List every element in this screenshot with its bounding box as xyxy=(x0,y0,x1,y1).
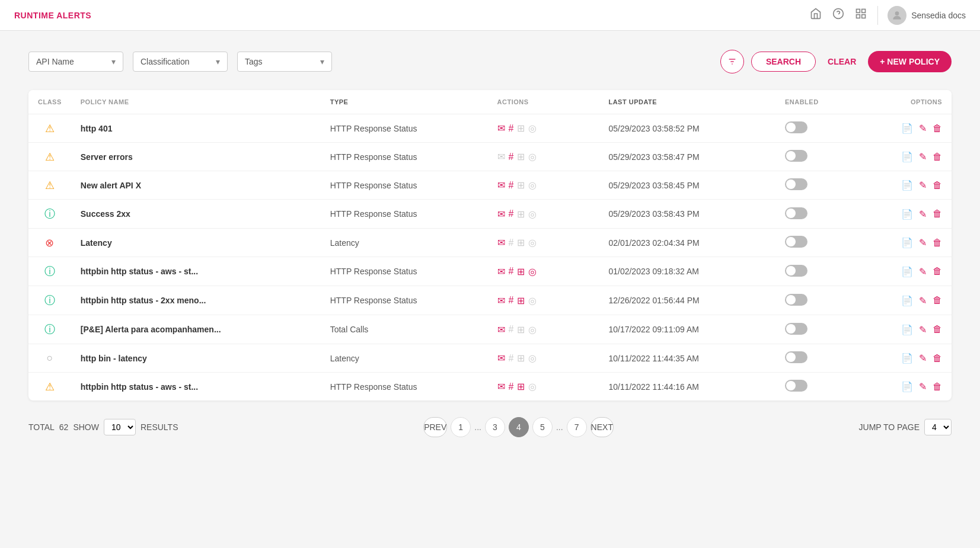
api-name-filter[interactable]: API Name ▾ xyxy=(28,52,123,72)
view-icon[interactable]: 📄 xyxy=(901,324,913,335)
enabled-toggle[interactable] xyxy=(785,380,807,392)
home-icon[interactable] xyxy=(810,8,822,23)
chevron-down-icon: ▾ xyxy=(320,57,324,66)
tags-filter[interactable]: Tags ▾ xyxy=(237,52,332,72)
enabled-toggle[interactable] xyxy=(785,294,807,306)
delete-icon[interactable]: 🗑 xyxy=(933,238,942,248)
class-cell: ⓘ xyxy=(28,315,71,344)
page-1-button[interactable]: 1 xyxy=(451,417,471,437)
email-icon: ✉ xyxy=(497,324,505,335)
edit-icon[interactable]: ✎ xyxy=(919,295,927,306)
action-icons: ✉#⊞◎ xyxy=(497,295,590,306)
enabled-toggle[interactable] xyxy=(785,265,807,277)
delete-icon[interactable]: 🗑 xyxy=(933,266,942,277)
enabled-cell[interactable] xyxy=(775,257,858,286)
policy-name-cell: http bin - latency xyxy=(71,344,321,373)
slack-icon: # xyxy=(509,295,514,306)
webhook-icon: ◎ xyxy=(528,295,537,306)
view-icon[interactable]: 📄 xyxy=(901,123,913,134)
edit-icon[interactable]: ✎ xyxy=(919,123,927,134)
delete-icon[interactable]: 🗑 xyxy=(933,382,942,392)
action-icons: ✉#⊞◎ xyxy=(497,352,590,364)
slack-icon: # xyxy=(509,123,514,134)
enabled-cell[interactable] xyxy=(775,171,858,200)
col-enabled: ENABLED xyxy=(775,90,858,114)
view-icon[interactable]: 📄 xyxy=(901,237,913,248)
enabled-toggle[interactable] xyxy=(785,323,807,335)
webhook-icon: ◎ xyxy=(528,352,537,364)
grid-icon[interactable] xyxy=(855,8,867,23)
class-green-icon: ⓘ xyxy=(44,265,55,277)
next-button[interactable]: NEXT xyxy=(590,417,614,437)
policy-name-cell: httpbin http status - aws - st... xyxy=(71,257,321,286)
options-cell: 📄 ✎ 🗑 xyxy=(858,344,952,373)
class-orange-icon: ⚠ xyxy=(45,123,55,134)
date-cell: 10/11/2022 11:44:16 AM xyxy=(599,373,775,401)
type-cell: Total Calls xyxy=(321,315,488,344)
view-icon[interactable]: 📄 xyxy=(901,295,913,306)
prev-button[interactable]: PREV xyxy=(423,417,447,437)
enabled-cell[interactable] xyxy=(775,200,858,229)
policy-name-cell: [P&E] Alerta para acompanhamen... xyxy=(71,315,321,344)
type-cell: Latency xyxy=(321,344,488,373)
enabled-cell[interactable] xyxy=(775,143,858,171)
edit-icon[interactable]: ✎ xyxy=(919,209,927,220)
edit-icon[interactable]: ✎ xyxy=(919,237,927,248)
enabled-cell[interactable] xyxy=(775,373,858,401)
view-icon[interactable]: 📄 xyxy=(901,180,913,191)
enabled-cell[interactable] xyxy=(775,315,858,344)
edit-icon[interactable]: ✎ xyxy=(919,180,927,191)
enabled-toggle[interactable] xyxy=(785,351,807,363)
enabled-cell[interactable] xyxy=(775,286,858,315)
enabled-toggle[interactable] xyxy=(785,150,807,162)
view-icon[interactable]: 📄 xyxy=(901,266,913,277)
page-5-button[interactable]: 5 xyxy=(532,417,553,437)
help-icon[interactable] xyxy=(832,8,844,23)
delete-icon[interactable]: 🗑 xyxy=(933,152,942,162)
class-cell: ○ xyxy=(28,344,71,373)
view-icon[interactable]: 📄 xyxy=(901,352,913,364)
filter-icon-button[interactable] xyxy=(720,50,744,73)
enabled-toggle[interactable] xyxy=(785,236,807,248)
view-icon[interactable]: 📄 xyxy=(901,209,913,220)
delete-icon[interactable]: 🗑 xyxy=(933,295,942,306)
enabled-cell[interactable] xyxy=(775,344,858,373)
class-green-icon: ⓘ xyxy=(44,294,55,306)
date-cell: 01/02/2023 09:18:32 AM xyxy=(599,257,775,286)
enabled-toggle[interactable] xyxy=(785,207,807,219)
class-cell: ⓘ xyxy=(28,200,71,229)
edit-icon[interactable]: ✎ xyxy=(919,324,927,335)
page-3-button[interactable]: 3 xyxy=(485,417,505,437)
enabled-toggle[interactable] xyxy=(785,178,807,190)
jump-page-select[interactable]: 4 1 2 3 5 6 7 xyxy=(924,419,952,435)
edit-icon[interactable]: ✎ xyxy=(919,381,927,392)
new-policy-button[interactable]: + NEW POLICY xyxy=(868,51,952,72)
edit-icon[interactable]: ✎ xyxy=(919,352,927,364)
webhook-icon: ◎ xyxy=(528,381,537,392)
enabled-toggle[interactable] xyxy=(785,121,807,133)
search-button[interactable]: SEARCH xyxy=(751,52,816,72)
enabled-cell[interactable] xyxy=(775,229,858,257)
enabled-cell[interactable] xyxy=(775,114,858,143)
page-4-button[interactable]: 4 xyxy=(509,417,529,437)
pagination-info: TOTAL 62 SHOW 10 20 50 RESULTS xyxy=(28,419,178,435)
delete-icon[interactable]: 🗑 xyxy=(933,180,942,191)
page-7-button[interactable]: 7 xyxy=(567,417,587,437)
clear-button[interactable]: CLEAR xyxy=(823,52,861,71)
delete-icon[interactable]: 🗑 xyxy=(933,324,942,335)
delete-icon[interactable]: 🗑 xyxy=(933,353,942,364)
edit-icon[interactable]: ✎ xyxy=(919,266,927,277)
delete-icon[interactable]: 🗑 xyxy=(933,209,942,219)
delete-icon[interactable]: 🗑 xyxy=(933,123,942,134)
view-icon[interactable]: 📄 xyxy=(901,381,913,392)
results-label: RESULTS xyxy=(141,422,178,432)
edit-icon[interactable]: ✎ xyxy=(919,151,927,162)
show-select[interactable]: 10 20 50 xyxy=(104,419,136,435)
api-name-label: API Name xyxy=(36,57,74,66)
slack-icon: # xyxy=(509,152,514,162)
view-icon[interactable]: 📄 xyxy=(901,151,913,162)
options-cell: 📄 ✎ 🗑 xyxy=(858,143,952,171)
classification-filter[interactable]: Classification ▾ xyxy=(133,52,228,72)
options-icons: 📄 ✎ 🗑 xyxy=(867,295,942,306)
slack-icon: # xyxy=(509,238,514,248)
